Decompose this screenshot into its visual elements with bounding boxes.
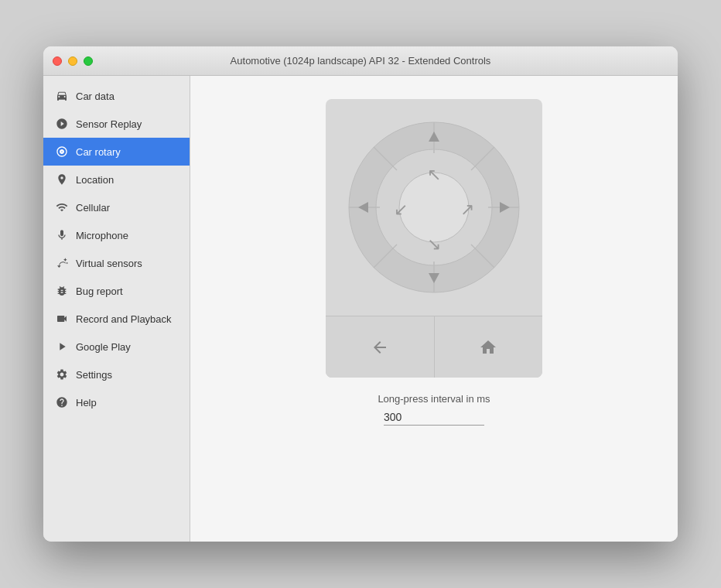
sidebar-label-location: Location — [76, 174, 114, 186]
sidebar-label-car-data: Car data — [76, 91, 114, 102]
svg-text:↗: ↗ — [460, 200, 474, 219]
sidebar-item-location[interactable]: Location — [43, 166, 190, 193]
sidebar-item-car-data[interactable]: Car data — [43, 82, 190, 110]
sidebar-label-settings: Settings — [76, 369, 112, 381]
sidebar-item-bug-report[interactable]: Bug report — [43, 277, 190, 305]
sidebar-item-virtual-sensors[interactable]: Virtual sensors — [43, 249, 190, 277]
sidebar-item-google-play[interactable]: Google Play — [43, 333, 190, 361]
titlebar: Automotive (1024p landscape) API 32 - Ex… — [43, 46, 678, 76]
location-icon — [56, 173, 68, 186]
bug-icon — [56, 285, 68, 297]
rotary-container: ↙ ↗ ↖ ↘ — [326, 99, 542, 426]
sidebar: Car data Sensor Replay Car rotary — [43, 76, 190, 542]
sidebar-label-sensor-replay: Sensor Replay — [76, 118, 142, 130]
rotary-svg: ↙ ↗ ↖ ↘ — [341, 115, 527, 300]
sidebar-label-virtual-sensors: Virtual sensors — [76, 258, 142, 269]
help-icon — [56, 396, 68, 409]
car-icon — [56, 90, 68, 102]
app-window: Automotive (1024p landscape) API 32 - Ex… — [43, 46, 678, 542]
cellular-icon — [56, 201, 68, 214]
home-button[interactable] — [435, 316, 543, 378]
record-icon — [56, 313, 68, 325]
sensor-icon — [56, 118, 68, 130]
mic-icon — [56, 229, 68, 241]
back-button[interactable] — [326, 316, 435, 378]
sidebar-item-car-rotary[interactable]: Car rotary — [43, 138, 190, 166]
window-title: Automotive (1024p landscape) API 32 - Ex… — [231, 55, 491, 67]
long-press-field-group: Long-press interval in ms — [378, 393, 490, 426]
close-button[interactable] — [53, 56, 62, 66]
sidebar-item-sensor-replay[interactable]: Sensor Replay — [43, 110, 190, 138]
svg-text:↖: ↖ — [427, 165, 441, 184]
rotary-main-area: ↙ ↗ ↖ ↘ — [326, 99, 542, 316]
rotary-icon — [56, 145, 68, 158]
sidebar-item-record-playback[interactable]: Record and Playback — [43, 305, 190, 333]
sidebar-label-help: Help — [76, 397, 97, 409]
sidebar-item-cellular[interactable]: Cellular — [43, 193, 190, 221]
sidebar-label-bug-report: Bug report — [76, 285, 123, 297]
gear-icon — [56, 368, 68, 381]
sidebar-item-help[interactable]: Help — [43, 388, 190, 416]
svg-text:↙: ↙ — [394, 200, 408, 219]
sidebar-item-settings[interactable]: Settings — [43, 361, 190, 388]
long-press-input[interactable] — [384, 409, 484, 426]
main-content: Car data Sensor Replay Car rotary — [43, 76, 678, 542]
rotary-widget: ↙ ↗ ↖ ↘ — [326, 99, 542, 378]
svg-text:↘: ↘ — [427, 234, 441, 254]
sidebar-label-google-play: Google Play — [76, 341, 131, 353]
main-panel: ↙ ↗ ↖ ↘ — [190, 76, 678, 542]
minimize-button[interactable] — [68, 56, 77, 66]
sidebar-label-record-playback: Record and Playback — [76, 313, 172, 325]
rotary-bottom-buttons — [326, 316, 542, 378]
sidebar-label-cellular: Cellular — [76, 202, 110, 214]
maximize-button[interactable] — [84, 56, 93, 66]
sidebar-label-microphone: Microphone — [76, 230, 128, 241]
sidebar-label-car-rotary: Car rotary — [76, 146, 121, 158]
virtual-sensors-icon — [56, 257, 68, 269]
sidebar-item-microphone[interactable]: Microphone — [43, 221, 190, 249]
traffic-lights — [53, 56, 93, 66]
long-press-label: Long-press interval in ms — [378, 393, 490, 405]
play-icon — [56, 340, 68, 353]
